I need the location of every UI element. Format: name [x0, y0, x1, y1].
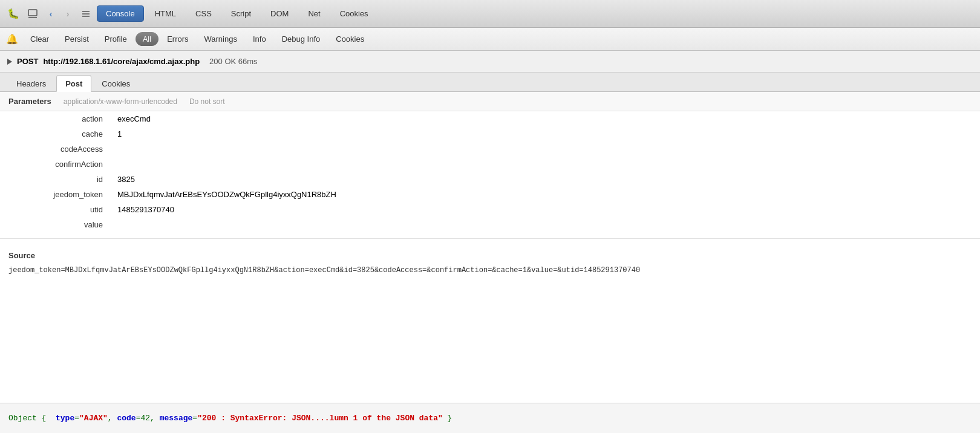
error-equals1: = — [74, 414, 79, 423]
info-button[interactable]: Info — [246, 32, 273, 46]
params-title: Parameters — [8, 97, 51, 106]
all-button[interactable]: All — [136, 32, 158, 46]
svg-rect-0 — [28, 10, 37, 16]
tab-post[interactable]: Post — [56, 75, 91, 92]
cookies-sub-button[interactable]: Cookies — [328, 32, 371, 46]
tab-dom[interactable]: DOM — [262, 6, 297, 21]
param-key-confirmaction: confirmAction — [0, 157, 109, 172]
param-val-confirmaction — [109, 157, 980, 172]
param-key-value: value — [0, 217, 109, 232]
inner-tabs: Headers Post Cookies — [0, 73, 980, 92]
table-row: codeAccess — [0, 142, 980, 157]
table-row: id 3825 — [0, 172, 980, 187]
tab-cookies-inner[interactable]: Cookies — [93, 75, 139, 91]
profile-button[interactable]: Profile — [97, 32, 134, 46]
error-type-key: type — [51, 414, 74, 423]
param-key-utid: utid — [0, 202, 109, 217]
top-toolbar: 🐛 ‹ › Console HTML CSS Script DOM Net Co… — [0, 0, 980, 28]
tab-headers[interactable]: Headers — [7, 75, 55, 91]
source-text: jeedom_token=MBJDxLfqmvJatArEBsEYsOODZwQ… — [8, 265, 972, 276]
param-val-token: MBJDxLfqmvJatArEBsEYsOODZwQkFGpllg4iyxxQ… — [109, 187, 980, 202]
error-comma1: , — [108, 414, 117, 423]
error-prefix: Object { — [8, 414, 51, 423]
params-sort: Do not sort — [189, 97, 225, 106]
firebug-logo-icon: 🐛 — [5, 5, 22, 22]
error-code-key: code — [117, 414, 136, 423]
param-val-value — [109, 217, 980, 232]
param-val-id: 3825 — [109, 172, 980, 187]
section-divider — [0, 238, 980, 239]
param-val-utid: 1485291370740 — [109, 202, 980, 217]
tab-net[interactable]: Net — [299, 6, 328, 21]
inspector-icon[interactable] — [24, 5, 41, 22]
error-msg-key: message — [160, 414, 193, 423]
debug-info-button[interactable]: Debug Info — [275, 32, 328, 46]
params-table: action execCmd cache 1 codeAccess confir… — [0, 111, 980, 232]
table-row: jeedom_token MBJDxLfqmvJatArEBsEYsOODZwQ… — [0, 187, 980, 202]
step-icon[interactable] — [77, 5, 94, 22]
tab-script[interactable]: Script — [223, 6, 260, 21]
error-indicator-icon: 🔔 — [5, 32, 19, 47]
back-button[interactable]: ‹ — [44, 7, 58, 21]
source-label: Source — [8, 251, 972, 260]
tab-html[interactable]: HTML — [146, 6, 185, 21]
param-val-action: execCmd — [109, 111, 980, 126]
forward-button[interactable]: › — [60, 7, 75, 21]
param-val-cache: 1 — [109, 126, 980, 142]
persist-button[interactable]: Persist — [57, 32, 96, 46]
error-type-value: "AJAX" — [79, 414, 108, 423]
table-row: confirmAction — [0, 157, 980, 172]
param-key-token: jeedom_token — [0, 187, 109, 202]
tab-cookies[interactable]: Cookies — [332, 6, 377, 21]
content-area: Parameters application/x-www-form-urlenc… — [0, 92, 980, 403]
tab-console[interactable]: Console — [97, 5, 144, 22]
params-type: application/x-www-form-urlencoded — [64, 97, 177, 106]
error-equals2: = — [136, 414, 141, 423]
request-method: POST — [17, 57, 38, 66]
clear-button[interactable]: Clear — [23, 32, 56, 46]
error-bar: Object { type = "AJAX" , code = 42 , mes… — [0, 403, 980, 433]
table-row: action execCmd — [0, 111, 980, 126]
request-url: http://192.168.1.61/core/ajax/cmd.ajax.p… — [43, 57, 200, 66]
expand-icon[interactable] — [7, 59, 12, 65]
request-row[interactable]: POST http://192.168.1.61/core/ajax/cmd.a… — [0, 51, 980, 73]
warnings-button[interactable]: Warnings — [197, 32, 244, 46]
param-key-cache: cache — [0, 126, 109, 142]
table-row: cache 1 — [0, 126, 980, 142]
param-key-action: action — [0, 111, 109, 126]
sub-toolbar: 🔔 Clear Persist Profile All Errors Warni… — [0, 28, 980, 51]
error-comma2: , — [150, 414, 160, 423]
table-row: utid 1485291370740 — [0, 202, 980, 217]
params-header: Parameters application/x-www-form-urlenc… — [0, 92, 980, 111]
status-badge: 200 OK 66ms — [209, 57, 258, 66]
param-key-id: id — [0, 172, 109, 187]
error-suffix: } — [443, 414, 452, 423]
tab-css[interactable]: CSS — [187, 6, 220, 21]
error-code-value: 42 — [141, 414, 151, 423]
error-msg-value: "200 : SyntaxError: JSON....lumn 1 of th… — [197, 414, 443, 423]
param-val-codeaccess — [109, 142, 980, 157]
source-section: Source jeedom_token=MBJDxLfqmvJatArEBsEY… — [0, 245, 980, 282]
errors-button[interactable]: Errors — [160, 32, 195, 46]
error-equals3: = — [192, 414, 197, 423]
table-row: value — [0, 217, 980, 232]
param-key-codeaccess: codeAccess — [0, 142, 109, 157]
